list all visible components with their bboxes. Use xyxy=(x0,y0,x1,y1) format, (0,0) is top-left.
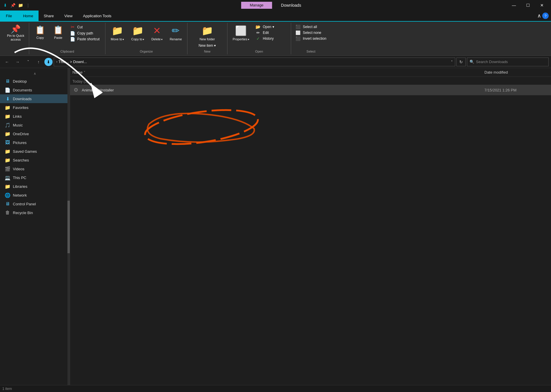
address-dropdown-arrow[interactable]: ˅ xyxy=(451,60,453,63)
music-icon: 🎵 xyxy=(5,122,11,128)
open-small-buttons: 📂 Open ▾ ✏ Edit ✓ History xyxy=(253,24,288,41)
minimize-button[interactable]: — xyxy=(507,0,521,11)
rename-button[interactable]: ✏ Rename xyxy=(167,24,185,42)
recent-locations-button[interactable]: ˅ xyxy=(23,57,33,67)
sidebar-item-downloads[interactable]: ⬇ Downloads xyxy=(0,94,70,103)
column-name-label: Name xyxy=(72,70,83,74)
this-pc-icon: 💻 xyxy=(5,175,11,181)
sidebar-item-libraries[interactable]: 📁 Libraries xyxy=(0,182,70,191)
collapse-up-icon[interactable]: ∧ xyxy=(537,13,541,19)
downloads-icon: ⬇ xyxy=(5,96,11,102)
sidebar-item-documents[interactable]: 📄 Documents xyxy=(0,86,70,94)
sidebar-libraries-label: Libraries xyxy=(13,184,27,189)
sidebar-item-saved-games[interactable]: 📁 Saved Games xyxy=(0,147,70,156)
sidebar-item-this-pc[interactable]: 💻 This PC xyxy=(0,173,70,182)
favorites-icon: 📁 xyxy=(5,105,11,110)
copy-to-button[interactable]: 📁 Copy to▾ xyxy=(128,24,147,42)
sidebar-music-label: Music xyxy=(13,123,23,127)
sidebar-scrollbar[interactable] xyxy=(67,68,70,392)
copy-label: Copy xyxy=(36,36,44,39)
paste-button[interactable]: 📋 Paste xyxy=(50,24,67,41)
select-none-button[interactable]: ⬜ Select none xyxy=(293,30,328,36)
sidebar-item-control-panel[interactable]: 🖥 Control Panel xyxy=(0,200,70,208)
sidebar-item-desktop[interactable]: 🖥 Desktop xyxy=(0,77,70,86)
back-button[interactable]: ← xyxy=(2,57,12,67)
sidebar-item-onedrive[interactable]: 📁 OneDrive xyxy=(0,129,70,138)
new-item-label: New item ▾ xyxy=(199,44,216,48)
up-button[interactable]: ↑ xyxy=(34,57,43,67)
delete-label: Delete▾ xyxy=(151,37,163,41)
new-folder-button[interactable]: 📁 New folder xyxy=(190,24,225,42)
address-bar[interactable]: › This... > Downl... ˅ xyxy=(54,58,455,66)
search-box[interactable]: 🔍 Search Downloads xyxy=(467,58,549,66)
tab-file[interactable]: File xyxy=(0,11,18,21)
select-all-button[interactable]: ⬛ Select all xyxy=(293,24,328,30)
sidebar-item-pictures[interactable]: 🖼 Pictures xyxy=(0,138,70,147)
ribbon-group-pin: 📌 Pin to Quickaccess xyxy=(2,23,29,54)
open-icon: 📂 xyxy=(255,25,261,29)
pin-to-quick-access-button[interactable]: 📌 Pin to Quickaccess xyxy=(5,24,27,43)
maximize-button[interactable]: ☐ xyxy=(521,0,535,11)
tab-home[interactable]: Home xyxy=(18,11,39,21)
group-header-label: Today (1) xyxy=(72,79,88,84)
sidebar-item-videos[interactable]: 🎬 Videos xyxy=(0,164,70,173)
tab-view[interactable]: View xyxy=(59,11,78,21)
edit-button[interactable]: ✏ Edit xyxy=(253,30,288,36)
ribbon-group-clipboard: 📋 Copy 📋 Paste ✂ Cut 📄 Copy path 📄 Past xyxy=(29,23,105,54)
new-item-button[interactable]: New item ▾ xyxy=(190,43,225,48)
sidebar-desktop-label: Desktop xyxy=(13,79,27,84)
ribbon-group-open: ⬜ Properties▾ 📂 Open ▾ ✏ Edit ✓ History … xyxy=(227,23,291,54)
ribbon-tabs: File Home Share View Application Tools ∧… xyxy=(0,11,551,22)
rename-label: Rename xyxy=(170,37,182,41)
address-chevron: › xyxy=(56,60,57,63)
paste-shortcut-button[interactable]: 📄 Paste shortcut xyxy=(68,36,103,42)
move-to-button[interactable]: 📁 Move to▾ xyxy=(108,24,127,42)
copy-path-icon: 📄 xyxy=(69,31,75,35)
column-name[interactable]: Name ˅ xyxy=(72,70,484,74)
sidebar-item-searches[interactable]: 📁 Searches xyxy=(0,156,70,164)
forward-button[interactable]: → xyxy=(13,57,22,67)
cut-button[interactable]: ✂ Cut xyxy=(68,24,103,30)
delete-button[interactable]: ✕ Delete▾ xyxy=(148,24,166,42)
links-icon: 📁 xyxy=(5,113,11,119)
animaljam-file-icon: ⚙ xyxy=(72,86,79,93)
separator-icon: | xyxy=(25,2,31,8)
refresh-button[interactable]: ↻ xyxy=(456,58,466,66)
move-to-icon: 📁 xyxy=(112,25,123,36)
edit-icon: ✏ xyxy=(255,31,261,35)
copy-button[interactable]: 📋 Copy xyxy=(32,24,48,41)
history-button[interactable]: ✓ History xyxy=(253,36,288,41)
sidebar-item-network[interactable]: 🌐 Network xyxy=(0,191,70,200)
ribbon-open-content: ⬜ Properties▾ 📂 Open ▾ ✏ Edit ✓ History xyxy=(230,24,288,48)
column-date-modified[interactable]: Date modified xyxy=(484,70,549,74)
new-group-label: New xyxy=(204,50,211,53)
paste-shortcut-label: Paste shortcut xyxy=(77,37,100,41)
copy-path-button[interactable]: 📄 Copy path xyxy=(68,30,103,36)
sidebar-recycle-bin-label: Recycle Bin xyxy=(13,211,33,215)
tab-application-tools[interactable]: Application Tools xyxy=(78,11,117,21)
scroll-up-arrow[interactable]: ∧ xyxy=(0,70,70,77)
paste-icon: 📋 xyxy=(53,25,63,35)
open-button[interactable]: 📂 Open ▾ xyxy=(253,24,288,30)
sidebar-item-music[interactable]: 🎵 Music xyxy=(0,121,70,129)
copy-icon: 📋 xyxy=(35,25,45,35)
copy-to-label: Copy to▾ xyxy=(131,37,144,41)
select-group-label: Select xyxy=(307,50,316,53)
help-icon[interactable]: ? xyxy=(542,13,549,19)
file-item-animaljam[interactable]: ⚙ AnimalJamInstaller 7/15/2021 1:26 PM xyxy=(70,85,551,95)
invert-selection-button[interactable]: ⬛ Invert selection xyxy=(293,36,328,41)
column-date-label: Date modified xyxy=(484,70,508,74)
ribbon-group-organize: 📁 Move to▾ 📁 Copy to▾ ✕ Delete▾ ✏ Rename… xyxy=(105,23,187,54)
close-button[interactable]: ✕ xyxy=(535,0,549,11)
tab-share[interactable]: Share xyxy=(39,11,59,21)
pin-to-quick-access-label: Pin to Quickaccess xyxy=(7,34,24,41)
sidebar-item-recycle-bin[interactable]: 🗑 Recycle Bin xyxy=(0,208,70,217)
network-icon: 🌐 xyxy=(5,192,11,198)
sidebar-item-favorites[interactable]: 📁 Favorites xyxy=(0,103,70,112)
sidebar-item-links[interactable]: 📁 Links xyxy=(0,112,70,121)
ribbon-collapse-buttons: ∧ ? xyxy=(537,13,551,19)
sidebar-scrollbar-thumb[interactable] xyxy=(67,201,70,253)
properties-button[interactable]: ⬜ Properties▾ xyxy=(230,24,252,42)
address-path: This... > Downl... xyxy=(58,60,87,64)
delete-icon: ✕ xyxy=(153,25,161,36)
